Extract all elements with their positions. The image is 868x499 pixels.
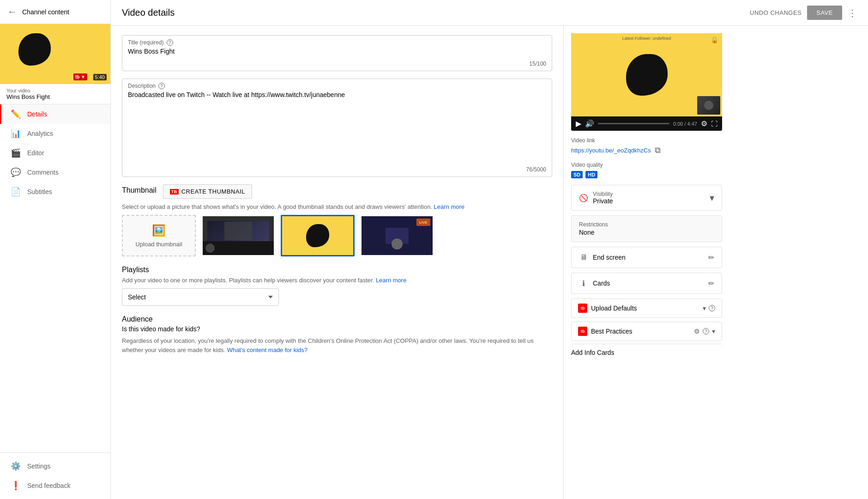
visibility-value: Private <box>593 197 613 205</box>
thumb1-avatar <box>205 243 215 253</box>
fullscreen-button[interactable]: ⛶ <box>711 120 717 128</box>
settings-button-video[interactable]: ⚙ <box>701 119 707 128</box>
sidebar-item-details-label: Details <box>27 110 47 118</box>
cards-section[interactable]: ℹ Cards ✏ <box>571 273 722 294</box>
preview-pip <box>697 96 720 115</box>
tb-logo-badge: tb ▼ <box>73 73 87 80</box>
restrictions-section: Restrictions None <box>571 215 722 242</box>
video-link-row: https://youtu.be/_eoZqdkhzCs ⧉ <box>571 146 722 155</box>
sidebar-video-name: Wins Boss Fight <box>6 93 104 100</box>
thumbnail-option-1[interactable] <box>201 215 275 256</box>
end-screen-icon: 🖥 <box>579 253 588 262</box>
title-counter: 15/100 <box>122 59 552 71</box>
channel-title: Channel content <box>22 8 69 16</box>
title-field-group: Title (required) ? 15/100 <box>122 35 552 71</box>
visibility-details: Visibility Private <box>593 191 613 205</box>
thumb-yellow-bg <box>282 216 353 255</box>
playlists-learn-more[interactable]: Learn more <box>376 277 406 284</box>
upload-defaults-logo: tb <box>578 304 587 313</box>
thumb1-content <box>207 221 269 241</box>
details-icon: ✏️ <box>11 109 21 119</box>
description-counter: 76/5000 <box>122 164 552 176</box>
preview-lock-icon: 🔒 <box>711 36 718 43</box>
sidebar-item-editor-label: Editor <box>27 149 44 157</box>
sidebar-item-subtitles-label: Subtitles <box>27 188 52 195</box>
thumbnail-option-3[interactable]: LIVE <box>360 215 434 256</box>
sidebar-item-analytics[interactable]: 📊 Analytics <box>0 124 110 143</box>
subtitles-icon: 📄 <box>11 187 21 197</box>
video-preview: Latest Follower: undefined 🔒 ▶ 🔊 0:00 / … <box>571 33 722 131</box>
copy-link-button[interactable]: ⧉ <box>655 146 661 155</box>
sidebar-item-editor[interactable]: 🎬 Editor <box>0 143 110 163</box>
end-screen-left: 🖥 End screen <box>579 253 626 262</box>
upload-defaults-section[interactable]: tb Upload Defaults ▾ ? <box>571 298 722 318</box>
title-help-icon[interactable]: ? <box>167 39 173 46</box>
sidebar-item-feedback[interactable]: ❗ Send feedback <box>0 476 110 495</box>
upload-thumbnail-label: Upload thumbnail <box>135 241 182 248</box>
settings-icon: ⚙️ <box>11 461 21 471</box>
best-practices-help-icon[interactable]: ? <box>703 328 709 335</box>
more-options-button[interactable]: ⋮ <box>848 7 857 18</box>
sidebar-item-analytics-label: Analytics <box>27 130 53 137</box>
sidebar-nav: ✏️ Details 📊 Analytics 🎬 Editor 💬 Commen… <box>0 104 110 452</box>
thumb3-badge: LIVE <box>416 219 430 226</box>
end-screen-section[interactable]: 🖥 End screen ✏ <box>571 247 722 268</box>
progress-bar[interactable] <box>598 123 669 124</box>
feedback-icon: ❗ <box>11 481 21 491</box>
visibility-row: 🚫 Visibility Private ▾ <box>579 191 714 205</box>
quality-label: Video quality <box>571 162 722 168</box>
thumbnail-learn-more[interactable]: Learn more <box>434 203 464 210</box>
playlists-title: Playlists <box>122 266 552 274</box>
sidebar-item-settings[interactable]: ⚙️ Settings <box>0 456 110 476</box>
visibility-title: Visibility <box>593 191 613 197</box>
upload-thumbnail-button[interactable]: 🖼️ Upload thumbnail <box>122 215 196 256</box>
audience-learn-more[interactable]: What's content made for kids? <box>227 347 307 353</box>
title-input[interactable] <box>122 46 552 59</box>
end-screen-edit-button[interactable]: ✏ <box>708 253 714 262</box>
undo-changes-button[interactable]: UNDO CHANGES <box>750 9 802 16</box>
save-button[interactable]: SAVE <box>807 6 842 20</box>
visibility-section[interactable]: 🚫 Visibility Private ▾ <box>571 185 722 211</box>
quality-badge-hd: HD <box>585 171 597 178</box>
editor-icon: 🎬 <box>11 148 21 158</box>
analytics-icon: 📊 <box>11 128 21 139</box>
sidebar-item-details[interactable]: ✏️ Details <box>0 104 110 124</box>
audience-description: Regardless of your location, you're lega… <box>122 336 552 354</box>
back-button[interactable]: ← <box>7 6 17 17</box>
thumbnail-option-2[interactable] <box>281 215 355 256</box>
visibility-icon: 🚫 <box>579 193 588 202</box>
video-duration-badge: 5:40 <box>93 74 107 80</box>
video-thumb-preview: Latest Follower: undefined 🔒 <box>571 33 722 116</box>
end-screen-row: 🖥 End screen ✏ <box>579 253 714 262</box>
page-title: Video details <box>122 7 175 18</box>
preview-pip-avatar <box>704 101 713 110</box>
description-input[interactable]: Broadcasted live on Twitch -- Watch live… <box>122 89 552 163</box>
thumb3-game <box>386 228 409 244</box>
description-field-group: Description ? Broadcasted live on Twitch… <box>122 79 552 177</box>
sidebar-item-feedback-label: Send feedback <box>27 482 70 489</box>
video-controls: ▶ 🔊 0:00 / 4:47 ⚙ ⛶ <box>571 116 722 131</box>
thumbnail-header: Thumbnail tb CREATE THUMBNAIL <box>122 184 552 199</box>
volume-button[interactable]: 🔊 <box>585 119 594 128</box>
comments-icon: 💬 <box>11 167 21 177</box>
description-help-icon[interactable]: ? <box>158 83 165 89</box>
create-thumbnail-button[interactable]: tb CREATE THUMBNAIL <box>163 184 252 199</box>
cards-edit-button[interactable]: ✏ <box>708 279 714 288</box>
main-content: Video details UNDO CHANGES SAVE ⋮ Title … <box>111 0 868 499</box>
best-practices-section[interactable]: tb Best Practices ⚙ ? ▾ <box>571 322 722 341</box>
quality-badges: SD HD <box>571 171 722 178</box>
upload-defaults-help-icon[interactable]: ? <box>709 305 715 311</box>
preview-pip-content <box>697 96 720 115</box>
visibility-chevron-icon: ▾ <box>710 192 714 203</box>
best-practices-chevron-icon: ▾ <box>712 328 715 335</box>
cards-label: Cards <box>593 280 610 287</box>
sidebar-item-comments[interactable]: 💬 Comments <box>0 163 110 182</box>
sidebar-video-thumbnail: 5:40 tb ▼ <box>0 24 110 84</box>
best-practices-label: Best Practices <box>591 328 632 335</box>
sidebar-item-subtitles[interactable]: 📄 Subtitles <box>0 182 110 201</box>
upload-icon: 🖼️ <box>152 224 166 237</box>
playlists-select[interactable]: Select <box>122 288 279 306</box>
main-header: Video details UNDO CHANGES SAVE ⋮ <box>111 0 868 26</box>
play-button[interactable]: ▶ <box>576 119 581 128</box>
video-link-url[interactable]: https://youtu.be/_eoZqdkhzCs <box>571 147 651 154</box>
